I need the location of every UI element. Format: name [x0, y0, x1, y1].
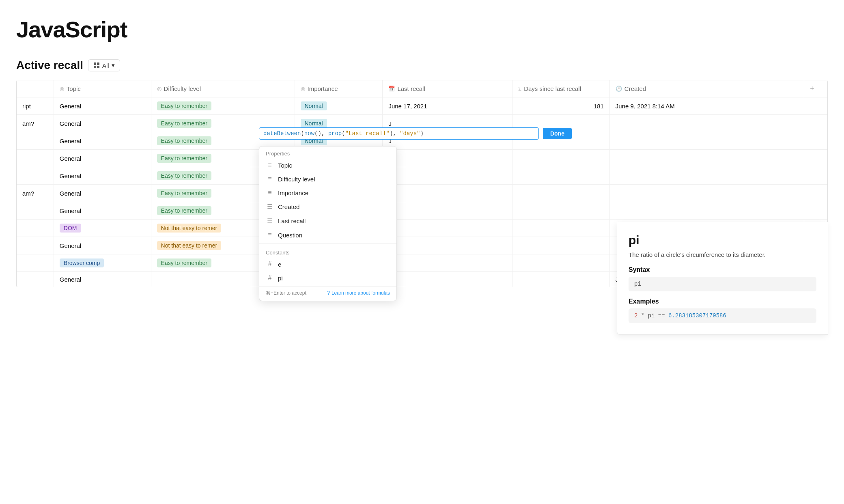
dropdown-item-e[interactable]: # e — [259, 257, 396, 271]
cell-created — [609, 150, 804, 167]
cell-add — [804, 150, 827, 167]
properties-dropdown: Properties ≡ Topic ≡ Difficulty level ≡ … — [259, 146, 397, 301]
cell-add — [804, 167, 827, 185]
table-section: ◎ Topic ◎ Difficulty level — [16, 80, 828, 287]
cell-last-recall: J — [383, 202, 512, 220]
panel-example-code: 2 * pi == 6.283185307179586 — [629, 308, 816, 323]
cell-add — [804, 185, 827, 202]
filter-button[interactable]: All ▾ — [88, 59, 120, 71]
right-documentation-panel: pi The ratio of a circle's circumference… — [617, 222, 828, 335]
cell-days-since — [512, 185, 610, 202]
dropdown-created-label: Created — [278, 203, 299, 210]
cell-add — [804, 97, 827, 115]
panel-syntax-code: pi — [629, 277, 816, 291]
panel-function-name: pi — [629, 233, 816, 247]
dropdown-item-pi[interactable]: # pi — [259, 271, 396, 285]
dropdown-item-created[interactable]: ☰ Created — [259, 200, 396, 214]
cell-created — [609, 202, 804, 220]
cell-topic: General — [54, 272, 151, 287]
cell-add — [804, 115, 827, 132]
grid-icon — [93, 62, 100, 69]
panel-examples-label: Examples — [629, 298, 816, 305]
col-header-id — [17, 80, 54, 97]
dropdown-lastrecall-label: Last recall — [278, 218, 306, 224]
formula-done-button[interactable]: Done — [543, 128, 572, 139]
cell-created — [609, 115, 804, 132]
formula-text: dateBetween(now(), prop("Last recall"), … — [263, 130, 534, 137]
cell-topic: General — [54, 237, 151, 254]
table-row: GeneralEasy to rememberNormalJ — [17, 202, 827, 220]
table-header-row: ◎ Topic ◎ Difficulty level — [17, 80, 827, 97]
dropdown-item-importance[interactable]: ≡ Importance — [259, 186, 396, 200]
dropdown-topic-label: Topic — [278, 162, 292, 169]
cell-topic: General — [54, 167, 151, 185]
cell-row-id — [17, 220, 54, 237]
cell-row-id — [17, 237, 54, 254]
topic-col-icon: ◎ — [60, 86, 64, 92]
pi-item-icon: # — [266, 274, 274, 282]
cell-difficulty: Easy to remember — [151, 97, 295, 115]
filter-label: All — [102, 62, 109, 69]
cell-topic: DOM — [54, 220, 151, 237]
cell-row-id — [17, 167, 54, 185]
table-row: riptGeneralEasy to rememberNormalJune 17… — [17, 97, 827, 115]
dropdown-item-last-recall[interactable]: ☰ Last recall — [259, 214, 396, 228]
dropdown-item-difficulty[interactable]: ≡ Difficulty level — [259, 172, 396, 186]
cell-row-id: ript — [17, 97, 54, 115]
cell-days-since — [512, 237, 610, 254]
e-item-icon: # — [266, 261, 274, 268]
section-title: Active recall — [16, 59, 83, 72]
cell-last-recall: J — [383, 254, 512, 272]
col-header-created[interactable]: 🕐 Created — [609, 80, 804, 97]
formula-input[interactable]: dateBetween(now(), prop("Last recall"), … — [259, 127, 539, 140]
table-row: GeneralEasy to rememberImportantJ — [17, 150, 827, 167]
question-item-icon: ≡ — [266, 231, 274, 239]
cell-created — [609, 185, 804, 202]
help-icon: ? — [327, 290, 330, 296]
constants-section-label: Constants — [259, 246, 396, 257]
col-header-importance[interactable]: ◎ Importance — [295, 80, 383, 97]
cell-row-id: am? — [17, 115, 54, 132]
col-header-last-recall[interactable]: 📅 Last recall — [383, 80, 512, 97]
cell-topic: General — [54, 185, 151, 202]
svg-rect-0 — [94, 62, 96, 65]
col-header-difficulty[interactable]: ◎ Difficulty level — [151, 80, 295, 97]
cell-topic: Browser comp — [54, 254, 151, 272]
col-header-days-since[interactable]: Σ Days since last recall — [512, 80, 610, 97]
cell-created — [609, 167, 804, 185]
cell-topic: General — [54, 150, 151, 167]
cell-last-recall: J — [383, 220, 512, 237]
panel-syntax-label: Syntax — [629, 266, 816, 274]
dropdown-e-label: e — [278, 261, 281, 268]
svg-rect-3 — [97, 66, 99, 68]
cell-topic: General — [54, 132, 151, 150]
table-row: am?GeneralEasy to rememberNormalJ — [17, 185, 827, 202]
accept-hint: ⌘+Enter to accept. — [266, 290, 308, 296]
col-header-topic[interactable]: ◎ Topic — [54, 80, 151, 97]
panel-description: The ratio of a circle's circumference to… — [629, 250, 816, 260]
page-title: JavaScript — [16, 16, 828, 43]
importance-col-icon: ◎ — [301, 86, 305, 92]
topic-item-icon: ≡ — [266, 162, 274, 169]
created-col-icon: 🕐 — [616, 86, 622, 92]
col-header-add[interactable]: + — [804, 80, 827, 97]
cell-last-recall: J — [383, 150, 512, 167]
svg-rect-1 — [97, 62, 99, 65]
cell-importance: Normal — [295, 97, 383, 115]
cell-days-since — [512, 220, 610, 237]
formula-bar-container: dateBetween(now(), prop("Last recall"), … — [259, 127, 572, 140]
cell-days-since — [512, 254, 610, 272]
dropdown-item-topic[interactable]: ≡ Topic — [259, 158, 396, 172]
importance-item-icon: ≡ — [266, 189, 274, 196]
cell-created: June 9, 2021 8:14 AM — [609, 97, 804, 115]
cell-days-since: 181 — [512, 97, 610, 115]
cell-row-id — [17, 272, 54, 287]
difficulty-item-icon: ≡ — [266, 175, 274, 183]
cell-topic: General — [54, 115, 151, 132]
cell-created — [609, 132, 804, 150]
dropdown-pi-label: pi — [278, 275, 283, 282]
learn-more-link[interactable]: ? Learn more about formulas — [327, 290, 390, 296]
lastrecall-item-icon: ☰ — [266, 217, 274, 225]
dropdown-item-question[interactable]: ≡ Question — [259, 228, 396, 242]
table-row: GeneralEasy to rememberNormalJ — [17, 167, 827, 185]
